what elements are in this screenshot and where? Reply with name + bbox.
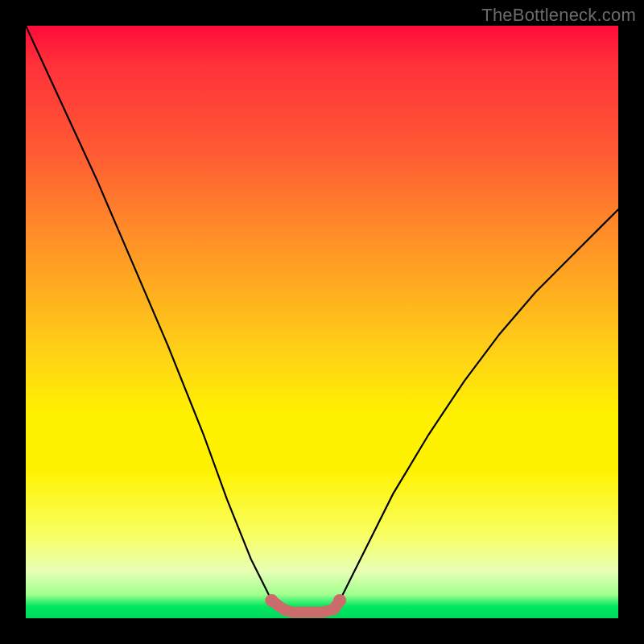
watermark-text: TheBottleneck.com [481, 5, 636, 26]
chart-svg [26, 26, 618, 618]
optimal-band-dot [333, 594, 346, 607]
optimal-band-dot [265, 594, 278, 607]
optimal-band-path [271, 601, 340, 613]
plot-area [26, 26, 618, 618]
chart-frame: TheBottleneck.com [0, 0, 644, 644]
bottleneck-curve-path [26, 26, 618, 613]
